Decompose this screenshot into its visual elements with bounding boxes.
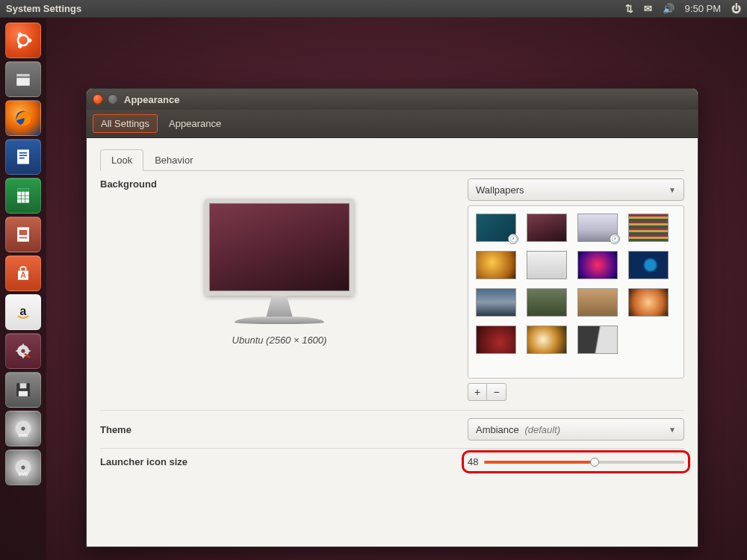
tab-look[interactable]: Look xyxy=(100,149,143,171)
divider xyxy=(100,410,684,411)
svg-rect-5 xyxy=(16,78,30,86)
svg-point-1 xyxy=(28,38,31,42)
launcher-item-system-settings[interactable] xyxy=(5,333,41,369)
top-menubar: System Settings ⇅ ✉ 🔊 9:50 PM ⏻ xyxy=(0,0,747,18)
selected-check-icon: 🕘 xyxy=(508,234,518,244)
svg-text:DVD: DVD xyxy=(19,471,28,476)
settings-breadcrumb-bar: All Settings Appearance xyxy=(87,110,698,138)
svg-rect-9 xyxy=(19,155,28,156)
launcher-item-floppy-disk[interactable] xyxy=(5,372,41,408)
window-close-button[interactable] xyxy=(93,94,103,105)
svg-rect-12 xyxy=(17,188,29,191)
wallpaper-caption: Ubuntu (2560 × 1600) xyxy=(232,335,327,346)
svg-rect-19 xyxy=(19,237,28,239)
network-icon[interactable]: ⇅ xyxy=(625,3,633,14)
svg-rect-8 xyxy=(19,152,28,154)
wallpaper-thumb[interactable] xyxy=(476,251,516,279)
session-icon[interactable]: ⏻ xyxy=(731,3,741,14)
wallpaper-thumb[interactable] xyxy=(527,288,567,317)
launcher-item-ubuntu-software[interactable]: A xyxy=(5,255,41,291)
launcher-item-ubuntu-dash[interactable] xyxy=(5,22,41,58)
unity-launcher: AaDVDDVD xyxy=(0,18,46,560)
appearance-tabs: Look Behavior xyxy=(100,149,684,171)
svg-rect-7 xyxy=(17,149,29,164)
chevron-down-icon: ▼ xyxy=(669,426,676,434)
launcher-icon-size-value: 48 xyxy=(468,456,478,467)
remove-wallpaper-button[interactable]: − xyxy=(487,383,506,401)
wallpaper-thumb[interactable]: 🕘 xyxy=(577,214,618,242)
window-titlebar[interactable]: Appearance xyxy=(87,89,698,110)
svg-point-23 xyxy=(21,349,25,352)
wallpaper-thumb[interactable] xyxy=(577,288,618,317)
window-minimize-button[interactable] xyxy=(108,94,118,105)
svg-rect-26 xyxy=(20,383,27,388)
theme-dropdown[interactable]: Ambiance (default) ▼ xyxy=(468,418,684,441)
launcher-item-libreoffice-calc[interactable] xyxy=(5,178,41,214)
monitor-screen-icon xyxy=(205,199,354,296)
menubar-indicators: ⇅ ✉ 🔊 9:50 PM ⏻ xyxy=(625,3,741,14)
selected-check-icon: 🕘 xyxy=(610,234,620,244)
svg-text:DVD: DVD xyxy=(19,432,28,438)
svg-rect-10 xyxy=(19,158,25,159)
launcher-icon-size-slider[interactable] xyxy=(484,461,684,464)
launcher-item-libreoffice-writer[interactable] xyxy=(5,139,41,175)
wallpaper-thumb[interactable] xyxy=(527,214,567,242)
menubar-app-title: System Settings xyxy=(6,3,81,14)
svg-text:a: a xyxy=(20,305,27,317)
add-wallpaper-button[interactable]: + xyxy=(468,383,487,401)
theme-value: Ambiance xyxy=(476,424,519,435)
messages-icon[interactable]: ✉ xyxy=(644,3,652,14)
background-label: Background xyxy=(100,178,157,190)
launcher-item-dvd-2[interactable]: DVD xyxy=(5,449,41,485)
launcher-item-firefox[interactable] xyxy=(5,100,41,136)
wallpaper-thumb[interactable] xyxy=(527,326,567,354)
launcher-item-files[interactable] xyxy=(5,61,41,97)
chevron-down-icon: ▼ xyxy=(669,186,676,194)
launcher-item-dvd-1[interactable]: DVD xyxy=(5,411,41,447)
wallpaper-thumb[interactable] xyxy=(628,251,669,279)
wallpaper-source-value: Wallpapers xyxy=(476,184,524,196)
svg-point-3 xyxy=(18,44,22,48)
svg-point-2 xyxy=(18,33,22,37)
wallpaper-thumb[interactable]: 🕘 xyxy=(476,214,516,242)
tab-behavior[interactable]: Behavior xyxy=(143,149,204,171)
launcher-item-libreoffice-impress[interactable] xyxy=(5,217,41,252)
slider-thumb[interactable] xyxy=(590,458,599,467)
wallpaper-source-dropdown[interactable]: Wallpapers ▼ xyxy=(468,178,684,201)
clock[interactable]: 9:50 PM xyxy=(685,3,721,14)
breadcrumb-all-settings[interactable]: All Settings xyxy=(93,114,158,133)
wallpaper-thumb[interactable] xyxy=(476,288,516,317)
launcher-icon-size-label: Launcher icon size xyxy=(100,456,249,467)
theme-label: Theme xyxy=(100,424,249,435)
svg-rect-4 xyxy=(16,74,30,77)
wallpaper-thumb[interactable] xyxy=(527,251,567,279)
wallpaper-preview xyxy=(205,199,354,324)
window-title: Appearance xyxy=(124,94,179,105)
breadcrumb-current[interactable]: Appearance xyxy=(161,114,229,133)
wallpaper-thumb[interactable] xyxy=(628,214,669,242)
svg-point-32 xyxy=(21,465,25,469)
theme-default-suffix: (default) xyxy=(524,424,560,435)
svg-text:A: A xyxy=(20,270,26,279)
svg-rect-18 xyxy=(19,230,28,235)
window-content: Look Behavior Background Ubuntu (2560 × … xyxy=(87,138,698,547)
wallpaper-grid: 🕘 🕘 xyxy=(468,205,684,379)
wallpaper-thumb[interactable] xyxy=(577,326,618,354)
sound-icon[interactable]: 🔊 xyxy=(663,3,675,14)
launcher-item-amazon[interactable]: a xyxy=(5,294,41,330)
wallpaper-thumb[interactable] xyxy=(476,326,516,354)
divider xyxy=(100,448,684,449)
svg-point-29 xyxy=(21,426,25,430)
wallpaper-thumb[interactable] xyxy=(628,288,669,317)
svg-point-0 xyxy=(18,35,28,46)
svg-rect-27 xyxy=(19,391,28,396)
appearance-window: Appearance All Settings Appearance Look … xyxy=(86,88,698,547)
wallpaper-thumb[interactable] xyxy=(577,251,618,279)
